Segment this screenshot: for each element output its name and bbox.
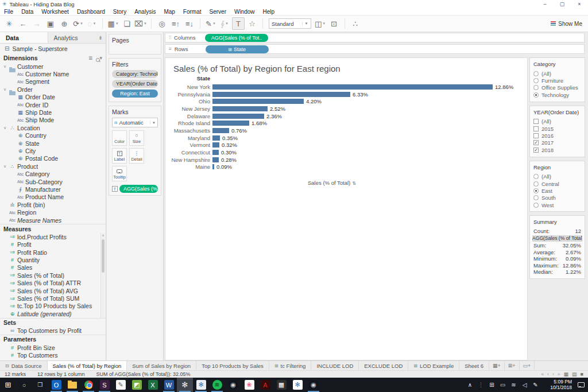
menu-help[interactable]: Help xyxy=(259,8,279,15)
category-label[interactable]: Vermont xyxy=(171,142,212,148)
tableau-public-icon[interactable]: ✻ xyxy=(289,378,305,392)
measure-latitude-generated[interactable]: ⊕Latitude (generated) xyxy=(0,310,106,317)
save-button[interactable]: ▣ xyxy=(44,17,57,30)
nav-next-icon[interactable]: › xyxy=(552,371,554,377)
minimize-button[interactable]: – xyxy=(536,1,554,7)
bar-maryland[interactable] xyxy=(212,135,220,141)
category-label[interactable]: Connecticut xyxy=(171,149,212,156)
x-axis-label[interactable]: Sales (% of Total)⇅ xyxy=(171,180,493,186)
green-app-icon[interactable]: ◩ xyxy=(129,378,145,392)
menu-story[interactable]: Story xyxy=(109,8,130,15)
option-2015[interactable]: 2015 xyxy=(533,125,581,132)
view-mode-filmstrip-icon[interactable]: ▤ xyxy=(572,371,577,377)
category-label[interactable]: New Hampshire xyxy=(171,157,212,163)
new-datasource-button[interactable]: ⊕ xyxy=(58,17,71,30)
menu-worksheet[interactable]: Worksheet xyxy=(37,8,73,15)
notepad-icon[interactable]: ✎ xyxy=(113,378,129,392)
mark-tooltip-button[interactable]: Tooltip xyxy=(112,166,127,181)
field-customer[interactable]: ∨Customer xyxy=(0,63,106,70)
measure-profit[interactable]: #Profit xyxy=(0,241,106,249)
measure-sales[interactable]: #Sales xyxy=(0,264,106,271)
view-mode-full-icon[interactable]: ■ xyxy=(581,371,583,377)
field-location[interactable]: ∨∴Location xyxy=(0,124,106,131)
view-mode-grid-icon[interactable]: ▦ xyxy=(564,371,569,377)
menu-window[interactable]: Window xyxy=(230,8,259,15)
field-manufacturer[interactable]: ∮Manufacturer xyxy=(0,185,106,193)
category-label[interactable]: Maine xyxy=(171,164,212,170)
option-2017[interactable]: ✓2017 xyxy=(533,139,581,146)
word-icon[interactable]: W xyxy=(161,378,177,392)
pink-app-icon[interactable]: ❀ xyxy=(241,378,257,392)
fix-axes-button[interactable]: ☆ xyxy=(246,17,258,30)
rows-pill-state[interactable]: ⊞State xyxy=(206,45,269,53)
option-all[interactable]: (All) xyxy=(533,118,581,125)
option-office-supplies[interactable]: Office Supplies xyxy=(533,84,581,91)
sheet-tab-lod-example[interactable]: ⊞LOD Example xyxy=(408,361,459,370)
mark-size-button[interactable]: ○Size xyxy=(129,130,144,146)
presentation-mode-button[interactable]: ⊡ xyxy=(328,17,341,30)
new-worksheet-tab-button[interactable]: ▦+ xyxy=(489,361,505,370)
rows-shelf[interactable]: ≡ Rows ⊞State xyxy=(165,44,585,54)
field-country[interactable]: ⊕Country xyxy=(0,132,106,139)
mark-color-button[interactable]: Color xyxy=(112,130,127,146)
category-label[interactable]: Massachusetts xyxy=(171,127,212,134)
parameter-top-customers[interactable]: #Top Customers xyxy=(0,351,106,359)
duplicate-sheet-button[interactable]: ❏ xyxy=(121,17,133,30)
category-label[interactable]: Maryland xyxy=(171,135,212,141)
category-label[interactable]: Delaware xyxy=(171,113,212,119)
chrome-icon[interactable] xyxy=(80,378,96,392)
datasource-item[interactable]: ⊟ Sample - Superstore xyxy=(0,44,106,53)
measure-tc-top-10-products-by-sales[interactable]: =#tc.Top 10 Products by Sales xyxy=(0,302,106,310)
show-me-button[interactable]: Show Me xyxy=(551,21,582,27)
field-product-name[interactable]: AbcProduct Name xyxy=(0,193,106,201)
bar-massachusetts[interactable] xyxy=(212,128,229,133)
restore-button[interactable]: ▢ xyxy=(554,1,571,7)
task-view-icon[interactable]: ❒ xyxy=(32,378,48,392)
menu-format[interactable]: Format xyxy=(179,8,206,15)
bar-new-hampshire[interactable] xyxy=(212,157,219,162)
tableau-logo-button[interactable]: ✳ xyxy=(3,17,16,30)
sheet-tab-top-10-products-by-sales[interactable]: Top 10 Products by Sales xyxy=(196,361,269,370)
option-furniture[interactable]: Furniture xyxy=(533,77,581,84)
auto-update-button[interactable]: ⟳▼ xyxy=(72,17,84,30)
field-category[interactable]: AbcCategory xyxy=(0,170,106,177)
sheet-tab-tc-filtering[interactable]: ⊞tc Filtering xyxy=(269,361,312,370)
caret-down-icon[interactable]: ∨ xyxy=(2,87,7,92)
show-hide-cards-button[interactable]: ◫▼ xyxy=(314,17,327,30)
show-mark-labels-button[interactable]: T xyxy=(232,17,245,30)
sheet-tab-sales-of-total-by-region[interactable]: Sales (% of Total) by Region xyxy=(48,361,127,370)
field-segment[interactable]: AbcSegment xyxy=(0,78,106,86)
outlook-icon[interactable]: O xyxy=(48,378,64,392)
close-button[interactable]: × xyxy=(571,1,588,7)
bar-pennsylvania[interactable] xyxy=(212,92,350,97)
tab-analytics[interactable]: Analytics xyxy=(48,32,96,43)
bar-connecticut[interactable] xyxy=(212,150,219,155)
field-ship-date[interactable]: ▦Ship Date xyxy=(0,108,106,116)
bar-ohio[interactable] xyxy=(212,99,304,104)
menu-dashboard[interactable]: Dashboard xyxy=(73,8,109,15)
filter-pill-year-order-date[interactable]: YEAR(Order Date) xyxy=(112,80,158,88)
caret-down-icon[interactable]: ∨ xyxy=(2,164,7,169)
menu-map[interactable]: Map xyxy=(160,8,179,15)
tableau-desktop-icon[interactable]: ✻ xyxy=(193,378,209,392)
taskbar-clock[interactable]: 5:09 PM 10/1/2018 xyxy=(543,379,572,391)
measure-lod-product-profits[interactable]: =#lod.Product Profits xyxy=(0,233,106,240)
sheet-tab-sheet-6[interactable]: Sheet 6 xyxy=(459,361,489,370)
field-city[interactable]: ⊕City xyxy=(0,147,106,154)
mark-label-button[interactable]: TLabel xyxy=(112,148,127,164)
category-label[interactable]: Pennsylvania xyxy=(171,91,212,98)
tableau-active-icon[interactable]: ✻ xyxy=(177,378,193,392)
bar-vermont[interactable] xyxy=(212,142,219,148)
columns-pill-agg-sales[interactable]: AGG(Sales (% of Tot.. xyxy=(205,34,268,42)
option-technology[interactable]: Technology xyxy=(533,91,581,98)
steam-2-icon[interactable]: ◉ xyxy=(305,378,322,392)
option-west[interactable]: West xyxy=(533,201,581,208)
highlight-button[interactable]: ✎▼ xyxy=(204,17,217,30)
option-east[interactable]: East xyxy=(533,187,581,194)
filter-pill-category-technology[interactable]: Category: Technology xyxy=(112,70,158,78)
tab-data[interactable]: Data xyxy=(0,32,48,43)
field-measure-names[interactable]: AbcMeasure Names xyxy=(0,216,106,224)
option-2016[interactable]: 2016 xyxy=(533,132,581,139)
battery-icon[interactable]: ▭ xyxy=(497,382,508,388)
mark-detail-button[interactable]: ⋮Detail xyxy=(129,148,144,164)
